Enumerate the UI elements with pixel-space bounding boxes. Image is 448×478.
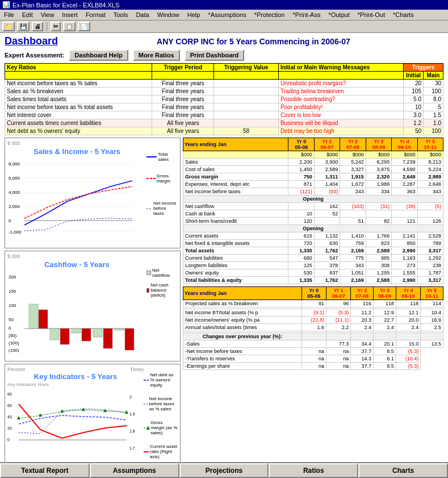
svg-text:50: 50 [9, 317, 14, 322]
fin-row-cell: 2,990 [392, 277, 417, 284]
menu-print-out[interactable]: *Print-Out [356, 11, 387, 19]
fin-row-cell: 363 [392, 188, 417, 196]
toolbar-btn-6[interactable]: 📄 [78, 22, 90, 31]
ratio-row-name: Net income before taxes as % total asset… [5, 103, 152, 111]
ratio-row-period: Final three years [152, 80, 214, 88]
ratios-button[interactable]: Ratios [269, 463, 358, 478]
menu-help[interactable]: Help [186, 11, 202, 19]
legend-current-asset: Current asset ratio (Right axis) [144, 444, 178, 459]
menu-edit[interactable]: Edit [20, 11, 35, 19]
ratio-data-cell: 20.3 [351, 317, 374, 324]
fin-row-cell: 680 [288, 255, 314, 262]
cashflow-chart: $ 000 Cashflow - 5 Years 200 150 100 50 … [5, 251, 181, 361]
menu-window[interactable]: Window [156, 11, 181, 19]
fin-row-cell: 615 [288, 232, 314, 240]
fin-row-cell: 1,335 [288, 277, 314, 284]
fin-row-label: Owners' equity [183, 269, 288, 277]
menu-assumptions[interactable]: *Assumptions [206, 11, 248, 19]
fin-row-cell: 720 [288, 240, 314, 247]
legend-total-sales: Total sales [146, 152, 178, 162]
ratio-data-cell: 12.1 [396, 309, 420, 317]
fin-row-cell: 82 [366, 218, 391, 225]
fin-row-cell: 162 [314, 203, 340, 210]
fin-row-cell: 2,287 [392, 181, 417, 188]
ratio-row-name: Current assets times current liabilities [5, 119, 152, 127]
fin-row-cell: (5) [417, 203, 443, 210]
dashboard-help-button[interactable]: Dashboard Help [69, 49, 128, 61]
ratio-data-label: Net income/owners' equity (% pa [183, 317, 302, 324]
svg-text:80: 80 [7, 392, 12, 396]
ratio-data-cell [374, 333, 396, 340]
fin-row-cell: 759 [340, 240, 366, 247]
menu-charts[interactable]: *Charts [391, 11, 416, 19]
fin-row-cell: 3,317 [417, 247, 443, 255]
fin-row-cell: 51 [340, 218, 366, 225]
fin-row-cell: 5,224 [417, 166, 443, 173]
fin-row-cell: 2,589 [314, 166, 340, 173]
fin-row-cell: 3,900 [314, 159, 340, 166]
data-column: Years ending Jan Yr 005-06 Yr 106-07 Yr … [183, 138, 443, 475]
legend-net-income-bt: Net income before taxes as % sales [144, 396, 178, 412]
menu-view[interactable]: View [39, 11, 56, 19]
fin-row-cell: 2,169 [340, 277, 366, 284]
ratio-row-warning: Trading below breakeven [278, 88, 403, 95]
ratios-data-table: Years ending Jan Yr 005-06 Yr 106-07 Yr … [183, 286, 443, 370]
ratio-data-cell [302, 340, 326, 348]
menu-tools[interactable]: Tools [112, 11, 130, 19]
menu-data[interactable]: Data [134, 11, 150, 19]
fin-row-cell: 1,132 [314, 232, 340, 240]
assumptions-button[interactable]: Assumptions [90, 463, 179, 478]
menu-insert[interactable]: Insert [60, 11, 79, 19]
ratio-row-name: Net income before taxes as % sales [5, 80, 152, 88]
ratio-row-main: 5 [424, 103, 443, 111]
toolbar-btn-5[interactable]: 📋 [63, 22, 76, 31]
ratio-data-cell: 96 [326, 300, 351, 307]
menu-format[interactable]: Format [84, 11, 107, 19]
fin-row-cell: 126 [417, 218, 443, 225]
print-dashboard-button[interactable]: Print Dashboard [185, 49, 245, 61]
fin-row-cell: 1,915 [340, 173, 366, 181]
menu-protection[interactable]: *Protection [253, 11, 287, 19]
fin-row-cell: (39) [392, 203, 417, 210]
fin-row-cell: 334 [366, 188, 391, 196]
toolbar-btn-2[interactable]: 💾 [17, 22, 30, 31]
ratio-data-cell: 8.5 [374, 348, 396, 355]
fin-row-cell: 1,295 [366, 269, 391, 277]
fin-row-cell: 1,555 [392, 269, 417, 277]
fin-header-yr3: Yr 308-09 [366, 138, 391, 151]
svg-text:2: 2 [129, 395, 132, 399]
ratio-header-years: Years ending Jan [183, 287, 302, 300]
section-header: Opening [183, 225, 443, 232]
fin-row-cell: 8,213 [417, 159, 443, 166]
projections-button[interactable]: Projections [179, 463, 269, 478]
ratio-row-initial: 20 [404, 80, 424, 88]
menu-file[interactable]: File [2, 11, 16, 19]
fin-row-cell: 1,311 [314, 173, 340, 181]
toolbar-btn-3[interactable]: 🖨 [32, 22, 43, 31]
ratio-header-yr4: Yr 409-10 [396, 287, 420, 300]
ratio-data-cell: 6.1 [374, 355, 396, 363]
charts-button[interactable]: Charts [358, 463, 448, 478]
fin-row-cell: 871 [288, 181, 314, 188]
toolbar-btn-4[interactable]: ✂ [51, 22, 61, 31]
charts-column: $ 000 Sales & Income - 5 Years 8,000 6,0… [5, 138, 181, 475]
ratio-data-label: -Transfers to reserves [183, 355, 302, 363]
ratio-data-cell: 2.4 [396, 324, 420, 331]
ratio-data-cell: 77.3 [326, 340, 351, 348]
menu-print-ass[interactable]: *Print-Ass [291, 11, 322, 19]
menu-output[interactable]: *Output [326, 11, 351, 19]
bottom-navigation: Textual Report Assumptions Projections R… [0, 462, 448, 478]
fin-row-label: Gross margin [183, 173, 288, 181]
ratio-row-name: Net debt as % owners' equity [5, 127, 152, 135]
toolbar-btn-1[interactable]: 📁 [2, 22, 15, 31]
fin-header-yr1: Yr 106-07 [314, 138, 340, 151]
fin-row-label: Cost of sales [183, 166, 288, 173]
fin-row-cell: 2,588 [366, 247, 391, 255]
fin-row-cell: 775 [340, 255, 366, 262]
ratio-row-initial: 105 [404, 88, 424, 95]
more-ratios-button[interactable]: More Ratios [133, 49, 180, 61]
ratio-row-name: Sales as % breakeven [5, 88, 152, 95]
ratio-row-value [214, 119, 279, 127]
fin-row-cell: 1,292 [417, 255, 443, 262]
textual-report-button[interactable]: Textual Report [0, 463, 90, 478]
